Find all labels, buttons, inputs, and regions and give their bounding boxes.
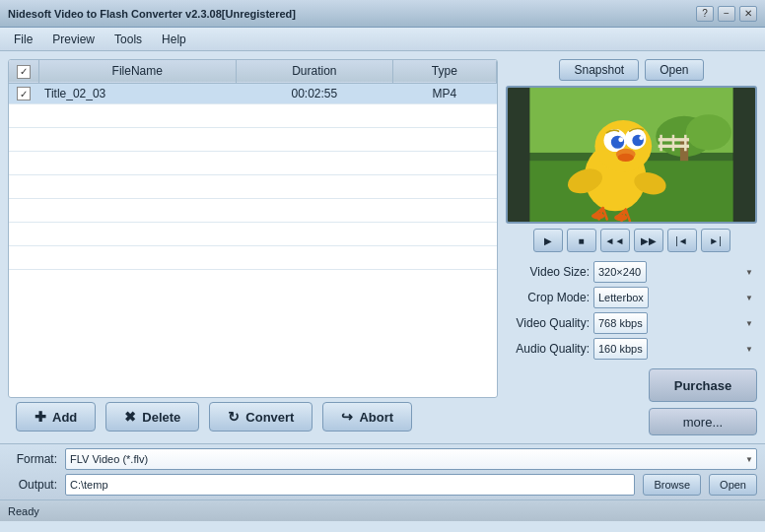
add-button[interactable]: ✚ Add	[16, 402, 96, 432]
minimize-button[interactable]: −	[718, 6, 735, 22]
audio-quality-select[interactable]: 160 kbps	[593, 338, 648, 360]
table-row-empty	[9, 223, 497, 246]
open-folder-button[interactable]: Open	[709, 474, 757, 496]
video-quality-row: Video Quality: 768 kbps	[506, 312, 757, 334]
open-preview-button[interactable]: Open	[645, 59, 703, 81]
menu-preview[interactable]: Preview	[42, 31, 104, 48]
video-size-label: Video Size:	[506, 265, 590, 279]
video-quality-label: Video Quality:	[506, 316, 590, 330]
format-bar: Format: FLV Video (*.flv) Output: Browse…	[0, 443, 765, 499]
output-row: Output: Browse Open	[8, 474, 757, 496]
add-icon: ✚	[35, 409, 46, 425]
format-row: Format: FLV Video (*.flv)	[8, 448, 757, 470]
svg-point-3	[686, 114, 731, 150]
forward-button[interactable]: ▶▶	[634, 229, 663, 252]
format-label: Format:	[8, 452, 57, 466]
svg-point-23	[591, 213, 604, 220]
title-bar: Nidesoft Video to Flash Converter v2.3.0…	[0, 0, 765, 28]
svg-rect-6	[672, 135, 674, 151]
browse-button[interactable]: Browse	[643, 474, 701, 496]
video-quality-select-wrapper: 768 kbps	[593, 312, 757, 334]
playback-controls: ▶ ■ ◄◄ ▶▶ |◄ ►|	[506, 229, 757, 252]
menu-file[interactable]: File	[4, 31, 42, 48]
snapshot-button[interactable]: Snapshot	[559, 59, 639, 81]
video-size-select-wrapper: 320×240	[593, 261, 757, 283]
settings-area: Video Size: 320×240 Crop Mode: Letterbox	[506, 257, 757, 364]
rewind-button[interactable]: ◄◄	[600, 229, 630, 252]
video-preview	[506, 86, 757, 224]
row-duration: 00:02:55	[237, 83, 393, 104]
preview-image	[508, 88, 755, 222]
right-section: Snapshot Open	[506, 59, 757, 435]
video-quality-select[interactable]: 768 kbps	[593, 312, 648, 334]
row-filename: Title_02_03	[38, 83, 237, 104]
content-area: FileName Duration Type Title_02_03 00:02…	[0, 51, 765, 443]
table-row-empty	[9, 128, 497, 152]
crop-mode-row: Crop Mode: Letterbox	[506, 287, 757, 308]
col-duration: Duration	[237, 60, 393, 83]
audio-quality-label: Audio Quality:	[506, 342, 590, 356]
video-size-row: Video Size: 320×240	[506, 261, 757, 283]
menu-bar: File Preview Tools Help	[0, 28, 765, 51]
action-bar: ✚ Add ✖ Delete ↻ Convert ↪ Abort	[8, 398, 498, 435]
select-all-checkbox[interactable]	[17, 65, 31, 79]
col-type: Type	[392, 60, 496, 83]
svg-rect-7	[684, 135, 686, 151]
row-check[interactable]	[9, 83, 38, 104]
svg-point-20	[617, 154, 633, 162]
svg-point-18	[639, 136, 643, 140]
col-filename: FileName	[38, 60, 237, 83]
table-row[interactable]: Title_02_03 00:02:55 MP4	[9, 83, 497, 104]
crop-mode-label: Crop Mode:	[506, 291, 590, 304]
audio-quality-select-wrapper: 160 kbps	[593, 338, 757, 360]
purchase-area: Purchase more...	[506, 368, 757, 435]
table-row-empty	[9, 199, 497, 223]
output-path-input[interactable]	[65, 474, 635, 496]
purchase-button[interactable]: Purchase	[649, 368, 757, 402]
abort-icon: ↪	[341, 409, 353, 425]
stop-button[interactable]: ■	[567, 229, 596, 252]
audio-quality-row: Audio Quality: 160 kbps	[506, 338, 757, 360]
status-text: Ready	[8, 505, 39, 517]
menu-help[interactable]: Help	[152, 31, 196, 48]
table-row-empty	[9, 152, 497, 175]
left-section: FileName Duration Type Title_02_03 00:02…	[8, 59, 498, 435]
abort-button[interactable]: ↪ Abort	[322, 402, 412, 432]
table-row-empty	[9, 246, 497, 270]
delete-button[interactable]: ✖ Delete	[105, 402, 199, 432]
more-button[interactable]: more...	[649, 408, 757, 435]
row-type: MP4	[392, 83, 496, 104]
preview-buttons: Snapshot Open	[506, 59, 757, 81]
window-controls: ? − ✕	[696, 6, 757, 22]
convert-icon: ↻	[228, 409, 240, 425]
file-table: FileName Duration Type Title_02_03 00:02…	[9, 60, 497, 270]
row-checkbox[interactable]	[17, 87, 31, 100]
video-size-select[interactable]: 320×240	[593, 261, 647, 283]
table-row-empty	[9, 175, 497, 199]
help-button[interactable]: ?	[696, 6, 714, 22]
delete-icon: ✖	[124, 409, 136, 425]
svg-rect-5	[660, 135, 661, 151]
crop-mode-select[interactable]: Letterbox	[593, 287, 649, 308]
col-check	[9, 60, 38, 83]
prev-button[interactable]: |◄	[667, 229, 697, 252]
svg-rect-8	[659, 138, 689, 141]
main-wrapper: FileName Duration Type Title_02_03 00:02…	[0, 51, 765, 532]
convert-button[interactable]: ↻ Convert	[209, 402, 313, 432]
menu-tools[interactable]: Tools	[104, 31, 152, 48]
table-row-empty	[9, 104, 497, 128]
svg-point-17	[618, 137, 623, 142]
crop-mode-select-wrapper: Letterbox	[593, 287, 757, 308]
format-select-wrapper: FLV Video (*.flv)	[65, 448, 757, 470]
window-title: Nidesoft Video to Flash Converter v2.3.0…	[8, 8, 296, 20]
status-bar: Ready	[0, 499, 765, 521]
format-select[interactable]: FLV Video (*.flv)	[65, 448, 757, 470]
svg-point-24	[614, 215, 627, 222]
svg-rect-9	[659, 145, 689, 148]
play-button[interactable]: ▶	[533, 229, 563, 252]
file-list-container: FileName Duration Type Title_02_03 00:02…	[8, 59, 498, 398]
svg-point-15	[611, 136, 624, 149]
close-button[interactable]: ✕	[739, 6, 757, 22]
next-button[interactable]: ►|	[701, 229, 730, 252]
output-label: Output:	[8, 478, 57, 492]
